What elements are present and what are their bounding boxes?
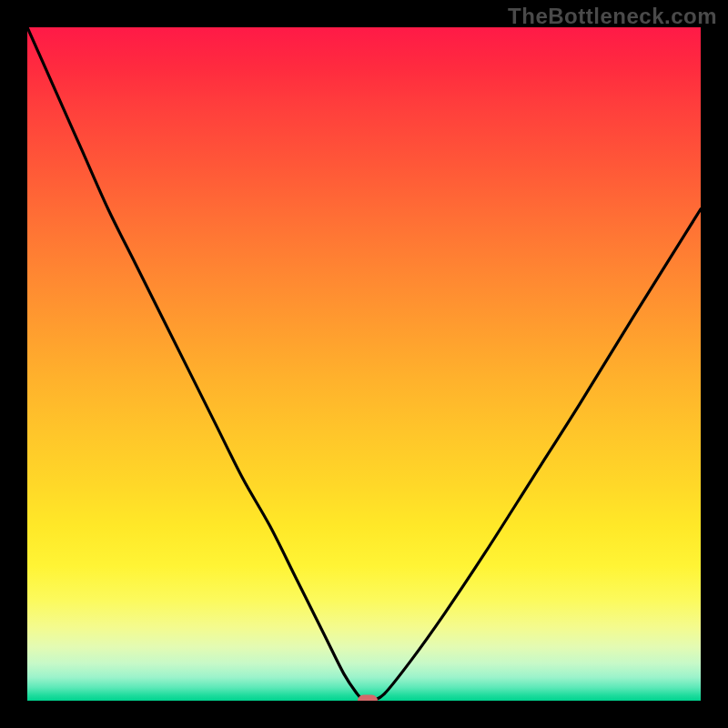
watermark-text: TheBottleneck.com <box>508 4 717 29</box>
plot-area <box>27 27 701 701</box>
chart-frame: TheBottleneck.com <box>0 0 728 728</box>
optimal-point-marker <box>358 695 378 702</box>
bottleneck-curve <box>27 27 701 701</box>
